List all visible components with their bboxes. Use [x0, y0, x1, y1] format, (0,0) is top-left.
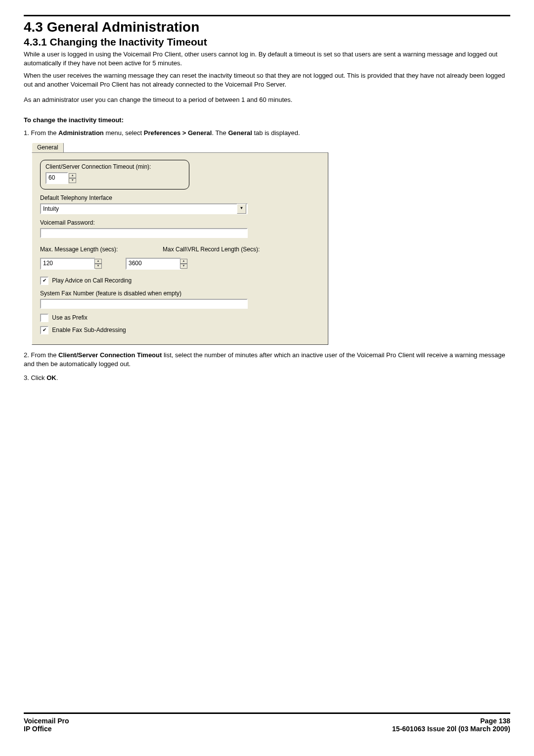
play-advice-row: ✔ Play Advice on Call Recording [40, 277, 320, 285]
heading-subsection: 4.3.1 Changing the Inactivity Timeout [24, 36, 510, 48]
paragraph-intro-1: While a user is logged in using the Voic… [24, 50, 510, 67]
max-msg-spin-buttons[interactable]: ▲ ▼ [94, 259, 102, 269]
timeout-label: Client/Server Connection Timeout (min): [45, 163, 184, 170]
footer-platform: IP Office [24, 725, 69, 733]
sys-fax-input[interactable] [40, 299, 248, 309]
length-inputs-row: 120 ▲ ▼ 3600 ▲ ▼ [40, 258, 320, 270]
timeout-group: Client/Server Connection Timeout (min): … [40, 160, 189, 189]
dti-value: Intuity [43, 205, 59, 212]
vm-password-label: Voicemail Password: [40, 219, 95, 226]
spin-down-icon[interactable]: ▼ [180, 264, 187, 269]
step1-prefix: 1. From the [24, 129, 58, 137]
step1-bold-admin: Administration [58, 129, 104, 137]
spin-up-icon[interactable]: ▲ [69, 173, 76, 178]
spin-down-icon[interactable]: ▼ [94, 264, 102, 269]
step3-prefix: 3. Click [24, 374, 46, 381]
step-2: 2. From the Client/Server Connection Tim… [24, 351, 510, 369]
timeout-spinbox[interactable]: 60 [45, 172, 68, 184]
step-1: 1. From the Administration menu, select … [24, 129, 510, 138]
max-msg-spinbox[interactable]: 120 [40, 258, 95, 270]
max-msg-label: Max. Message Length (secs): [40, 246, 139, 253]
procedure-steps: 1. From the Administration menu, select … [24, 129, 510, 138]
enable-fax-sub-row: ✔ Enable Fax Sub-Addressing [40, 326, 320, 334]
vm-password-row: Voicemail Password: [40, 219, 320, 238]
enable-fax-sub-label: Enable Fax Sub-Addressing [52, 327, 126, 333]
spin-up-icon[interactable]: ▲ [94, 259, 102, 264]
footer-doc-id: 15-601063 Issue 20l (03 March 2009) [392, 725, 510, 733]
heading-section: 4.3 General Administration [24, 19, 510, 35]
spin-down-icon[interactable]: ▼ [69, 178, 76, 183]
dti-label: Default Telephony Interface [40, 194, 112, 201]
step1-bold-prefs: Preferences > General [144, 129, 212, 137]
dialog-screenshot: General Client/Server Connection Timeout… [32, 142, 510, 345]
procedure-title: To change the inactivity timeout: [24, 116, 510, 124]
step1-mid: menu, select [104, 129, 144, 137]
max-vrl-spin-buttons[interactable]: ▲ ▼ [180, 259, 187, 269]
step3-suffix: . [56, 374, 58, 381]
procedure-steps-cont: 2. From the Client/Server Connection Tim… [24, 351, 510, 383]
top-rule [24, 15, 510, 16]
step1-suffix: tab is displayed. [252, 129, 300, 137]
step1-bold-general: General [228, 129, 252, 137]
play-advice-label: Play Advice on Call Recording [52, 277, 132, 284]
footer-product: Voicemail Pro [24, 717, 69, 725]
footer-right: Page 138 15-601063 Issue 20l (03 March 2… [392, 717, 510, 733]
step2-prefix: 2. From the [24, 351, 58, 359]
spin-up-icon[interactable]: ▲ [180, 259, 187, 264]
paragraph-intro-2: When the user receives the warning messa… [24, 71, 510, 89]
footer-left: Voicemail Pro IP Office [24, 717, 69, 733]
play-advice-checkbox[interactable]: ✔ [40, 277, 48, 285]
vm-password-input[interactable] [40, 228, 248, 238]
page-footer: Voicemail Pro IP Office Page 138 15-6010… [24, 712, 510, 742]
footer-page: Page 138 [392, 717, 510, 725]
max-vrl-wrap: 3600 ▲ ▼ [126, 258, 187, 270]
tab-general[interactable]: General [32, 142, 64, 152]
step3-bold-ok: OK [46, 374, 56, 381]
use-prefix-label: Use as Prefix [52, 314, 87, 321]
step-3: 3. Click OK. [24, 374, 510, 382]
general-panel: Client/Server Connection Timeout (min): … [32, 152, 328, 345]
length-labels-row: Max. Message Length (secs): Max Call\VRL… [40, 246, 320, 253]
dti-dropdown[interactable]: Intuity ▼ [40, 203, 248, 214]
use-prefix-checkbox[interactable] [40, 314, 48, 322]
use-prefix-row: Use as Prefix [40, 314, 320, 322]
page-content: 4.3 General Administration 4.3.1 Changin… [0, 0, 534, 712]
enable-fax-sub-checkbox[interactable]: ✔ [40, 326, 48, 334]
max-msg-wrap: 120 ▲ ▼ [40, 258, 102, 270]
sys-fax-label: System Fax Number (feature is disabled w… [40, 290, 181, 297]
paragraph-intro-3: As an administrator user you can change … [24, 95, 510, 104]
step2-bold: Client/Server Connection Timeout [58, 351, 162, 359]
sys-fax-row: System Fax Number (feature is disabled w… [40, 290, 320, 309]
max-vrl-spinbox[interactable]: 3600 [126, 258, 181, 270]
max-vrl-label: Max Call\VRL Record Length (Secs): [163, 246, 260, 253]
dti-row: Default Telephony Interface Intuity ▼ [40, 194, 320, 214]
timeout-spin-buttons[interactable]: ▲ ▼ [69, 173, 76, 183]
chevron-down-icon[interactable]: ▼ [237, 204, 246, 214]
step1-mid2: . The [212, 129, 228, 137]
